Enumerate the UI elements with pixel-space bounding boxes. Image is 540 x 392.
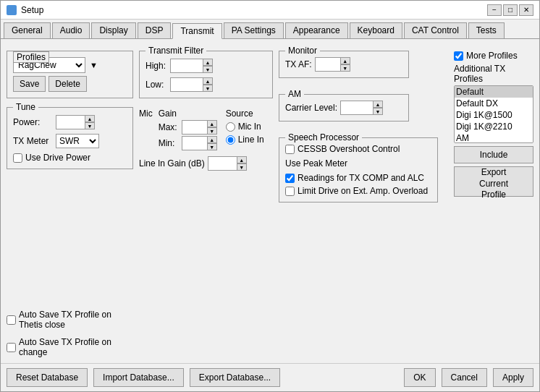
high-down-button[interactable]: ▼	[203, 66, 213, 73]
readings-row: Readings for TX COMP and ALC	[285, 173, 431, 183]
additional-profiles-listbox[interactable]: DefaultDefault DXDigi 1K@1500Digi 1K@221…	[454, 85, 533, 143]
tx-af-row: TX AF: 50 ▲ ▼	[285, 57, 402, 72]
mic-section: Mic	[139, 108, 153, 150]
import-database-button[interactable]: Import Database...	[93, 368, 184, 387]
more-profiles-row: More Profiles	[454, 51, 533, 61]
txmeter-label: TX Meter	[13, 136, 53, 146]
gain-max-row: Max: 10 ▲ ▼	[159, 120, 217, 135]
max-up-button[interactable]: ▲	[207, 120, 217, 127]
mic-gain-source-row: Mic Gain Max: 10 ▲	[139, 108, 273, 150]
power-spinner-buttons: ▲ ▼	[85, 115, 95, 129]
line-gain-input[interactable]: 0.0	[208, 156, 237, 171]
low-up-button[interactable]: ▲	[203, 77, 213, 85]
main-row: Profiles RagChew Default DX Contest ▼ Sa…	[7, 45, 533, 357]
save-button[interactable]: Save	[13, 76, 46, 92]
delete-button[interactable]: Delete	[48, 76, 87, 92]
auto-save-change-checkbox[interactable]	[7, 343, 16, 352]
source-label: Source	[226, 108, 264, 119]
limit-drive-label: Limit Drive on Ext. Amp. Overload	[298, 186, 428, 196]
power-label: Power:	[13, 117, 53, 127]
carrier-level-spinner: 100.0 ▲ ▼	[340, 101, 383, 115]
readings-checkbox[interactable]	[285, 174, 295, 183]
tab-dsp[interactable]: DSP	[138, 22, 172, 38]
use-drive-power-checkbox[interactable]	[13, 153, 22, 163]
monitor-legend: Monitor	[285, 46, 320, 56]
mic-in-label: Mic In	[238, 122, 261, 132]
txmeter-dropdown[interactable]: SWR ALC Power Comp	[56, 134, 99, 148]
max-spinner-buttons: ▲ ▼	[207, 120, 217, 135]
txmeter-row: TX Meter SWR ALC Power Comp	[13, 134, 127, 148]
maximize-button[interactable]: □	[503, 4, 518, 16]
include-button[interactable]: Include	[454, 146, 533, 163]
use-drive-power-label: Use Drive Power	[25, 153, 90, 163]
carrier-level-down-button[interactable]: ▼	[373, 108, 383, 115]
max-input[interactable]: 10	[182, 120, 207, 135]
tab-cat-control[interactable]: CAT Control	[404, 22, 467, 38]
tx-af-down-button[interactable]: ▼	[340, 64, 350, 72]
min-spinner-buttons: ▲ ▼	[207, 136, 217, 150]
tab-tests[interactable]: Tests	[468, 22, 505, 38]
line-gain-down-button[interactable]: ▼	[237, 163, 247, 171]
tx-af-input[interactable]: 50	[315, 57, 340, 72]
bottom-bar: Reset Database Import Database... Export…	[1, 363, 539, 391]
more-profiles-checkbox[interactable]	[454, 51, 463, 61]
close-button[interactable]: ✕	[519, 4, 533, 16]
line-in-label: Line In	[238, 135, 264, 145]
title-buttons: − □ ✕	[487, 4, 533, 16]
low-down-button[interactable]: ▼	[203, 85, 213, 92]
title-bar-left: Setup	[7, 5, 43, 15]
low-input[interactable]: 40	[170, 77, 203, 92]
auto-save-close-checkbox[interactable]	[7, 315, 16, 325]
min-label: Min:	[159, 138, 179, 148]
profiles-buttons: Save Delete	[13, 76, 127, 92]
tab-general[interactable]: General	[4, 22, 51, 38]
min-up-button[interactable]: ▲	[207, 136, 217, 143]
high-up-button[interactable]: ▲	[203, 59, 213, 66]
export-current-profile-button[interactable]: ExportCurrentProfile	[454, 166, 533, 197]
export-database-button[interactable]: Export Database...	[190, 368, 280, 387]
power-up-button[interactable]: ▲	[85, 115, 95, 122]
power-row: Power: 10 ▲ ▼	[13, 115, 127, 129]
high-input[interactable]: 3000	[170, 59, 203, 73]
tab-pa-settings[interactable]: PA Settings	[224, 22, 284, 38]
power-input[interactable]: 10	[56, 115, 85, 129]
window-title: Setup	[21, 5, 43, 15]
app-icon	[7, 5, 17, 15]
minimize-button[interactable]: −	[487, 4, 502, 16]
carrier-level-input[interactable]: 100.0	[340, 101, 373, 115]
cancel-button[interactable]: Cancel	[442, 368, 487, 387]
min-spinner: 40 ▲ ▼	[182, 136, 217, 150]
tab-keyboard[interactable]: Keyboard	[350, 22, 402, 38]
max-down-button[interactable]: ▼	[207, 127, 217, 135]
mic-in-radio[interactable]	[226, 122, 235, 132]
tab-display[interactable]: Display	[91, 22, 135, 38]
tab-transmit[interactable]: Transmit	[172, 23, 222, 39]
min-input[interactable]: 40	[182, 136, 207, 150]
profiles-section: Profiles RagChew Default DX Contest ▼ Sa…	[7, 51, 133, 98]
cessb-checkbox[interactable]	[285, 145, 295, 154]
line-in-radio[interactable]	[226, 135, 235, 145]
line-gain-spinner-buttons: ▲ ▼	[237, 156, 247, 171]
cessb-label: CESSB Overshoot Control	[298, 144, 400, 154]
min-down-button[interactable]: ▼	[207, 143, 217, 150]
mic-in-row: Mic In	[226, 122, 264, 132]
auto-save-change-label: Auto Save TX Profile on change	[19, 337, 133, 357]
reset-database-button[interactable]: Reset Database	[7, 368, 88, 387]
high-label: High:	[145, 61, 167, 71]
line-gain-up-button[interactable]: ▲	[237, 156, 247, 163]
ok-button[interactable]: OK	[404, 368, 435, 387]
transmit-filter-label: Transmit Filter	[145, 46, 206, 56]
am-legend: AM	[285, 89, 304, 99]
transmit-filter-section: Transmit Filter High: 3000 ▲ ▼ Low:	[139, 51, 273, 98]
low-spinner: 40 ▲ ▼	[170, 77, 213, 92]
tab-appearance[interactable]: Appearance	[285, 22, 348, 38]
power-down-button[interactable]: ▼	[85, 122, 95, 129]
limit-drive-checkbox[interactable]	[285, 187, 295, 196]
tx-af-up-button[interactable]: ▲	[340, 57, 350, 64]
apply-button[interactable]: Apply	[493, 368, 533, 387]
high-spinner-buttons: ▲ ▼	[203, 59, 213, 73]
max-spinner: 10 ▲ ▼	[182, 120, 217, 135]
carrier-level-up-button[interactable]: ▲	[373, 101, 383, 108]
line-gain-label: Line In Gain (dB)	[139, 158, 205, 169]
tab-audio[interactable]: Audio	[52, 22, 90, 38]
